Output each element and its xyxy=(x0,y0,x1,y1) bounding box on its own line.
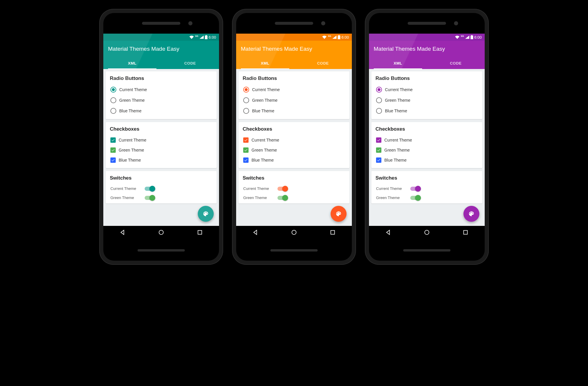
checkbox-row-current[interactable]: Current Theme xyxy=(375,135,478,145)
svg-rect-5 xyxy=(463,231,467,234)
check-icon xyxy=(377,148,381,152)
checkbox-green[interactable] xyxy=(376,147,381,153)
status-bar: 3G 6:00 xyxy=(103,34,219,41)
switch-row-current[interactable]: Current Theme xyxy=(110,184,213,193)
check-icon xyxy=(244,148,248,152)
phone-mockup-purple: 3G 6:00 Material Themes Made Easy XML CO… xyxy=(365,9,489,265)
app-bar: Material Themes Made Easy xyxy=(369,41,485,57)
switch-green[interactable] xyxy=(277,196,288,200)
tab-code[interactable]: CODE xyxy=(294,57,352,69)
radio-row-current[interactable]: Current Theme xyxy=(243,84,345,95)
checkbox-current[interactable] xyxy=(110,137,116,143)
radio-row-blue[interactable]: Blue Theme xyxy=(375,106,478,116)
switch-current[interactable] xyxy=(410,187,420,191)
checkbox-row-blue[interactable]: Blue Theme xyxy=(375,155,478,165)
switch-row-green[interactable]: Green Theme xyxy=(375,193,478,202)
radio-row-blue[interactable]: Blue Theme xyxy=(243,106,345,116)
switch-green[interactable] xyxy=(410,196,420,200)
checkbox-row-blue[interactable]: Blue Theme xyxy=(243,155,345,165)
check-icon xyxy=(244,158,248,162)
card-switches: Switches Current Theme Green Theme xyxy=(106,171,217,203)
card-radio-buttons: Radio Buttons Current Theme Green Theme … xyxy=(106,71,217,119)
radio-row-green[interactable]: Green Theme xyxy=(243,95,345,106)
radio-current[interactable] xyxy=(110,87,116,93)
tab-code-label: CODE xyxy=(317,61,329,65)
checkbox-row-blue[interactable]: Blue Theme xyxy=(110,155,213,165)
switch-row-current[interactable]: Current Theme xyxy=(243,184,345,193)
switch-current[interactable] xyxy=(145,187,155,191)
checkbox-row-green[interactable]: Green Theme xyxy=(375,145,478,155)
checkbox-green[interactable] xyxy=(110,147,116,153)
card-switches: Switches Current Theme Green Theme xyxy=(371,171,482,203)
switch-label: Green Theme xyxy=(110,196,140,200)
nav-recent-button[interactable] xyxy=(197,229,203,237)
card-title-radio: Radio Buttons xyxy=(243,75,345,81)
app-title: Material Themes Made Easy xyxy=(108,46,179,52)
tab-code[interactable]: CODE xyxy=(427,57,485,69)
nav-bar xyxy=(236,226,352,240)
palette-icon xyxy=(335,211,342,217)
checkbox-green[interactable] xyxy=(243,147,249,153)
nav-bar xyxy=(369,226,485,240)
app-bar: Material Themes Made Easy xyxy=(103,41,219,57)
app-title: Material Themes Made Easy xyxy=(374,46,445,52)
radio-row-current[interactable]: Current Theme xyxy=(375,84,478,95)
fab-theme-picker[interactable] xyxy=(331,206,347,222)
nav-back-button[interactable] xyxy=(119,229,126,237)
nav-back-button[interactable] xyxy=(252,229,259,237)
radio-row-blue[interactable]: Blue Theme xyxy=(110,106,213,116)
checkbox-label: Green Theme xyxy=(384,148,410,152)
phone-chin xyxy=(236,240,352,261)
content-scroll[interactable]: Radio Buttons Current Theme Green Theme … xyxy=(236,69,352,226)
radio-row-green[interactable]: Green Theme xyxy=(110,95,213,106)
checkbox-row-green[interactable]: Green Theme xyxy=(110,145,213,155)
tab-xml[interactable]: XML xyxy=(369,57,427,69)
card-title-radio: Radio Buttons xyxy=(375,75,478,81)
radio-blue[interactable] xyxy=(110,108,116,114)
checkbox-row-current[interactable]: Current Theme xyxy=(243,135,345,145)
radio-green[interactable] xyxy=(376,97,382,103)
switch-green[interactable] xyxy=(145,196,155,200)
tab-xml[interactable]: XML xyxy=(236,57,294,69)
fab-theme-picker[interactable] xyxy=(198,206,214,222)
checkbox-current[interactable] xyxy=(376,137,381,143)
checkbox-blue[interactable] xyxy=(110,157,116,163)
radio-blue[interactable] xyxy=(243,108,249,114)
square-recent-icon xyxy=(197,229,203,236)
radio-green[interactable] xyxy=(110,97,116,103)
nav-home-button[interactable] xyxy=(158,229,164,237)
switch-row-green[interactable]: Green Theme xyxy=(243,193,345,202)
switch-row-green[interactable]: Green Theme xyxy=(110,193,213,202)
nav-home-button[interactable] xyxy=(291,229,297,237)
nav-back-button[interactable] xyxy=(385,229,391,237)
checkbox-current[interactable] xyxy=(243,137,249,143)
switch-label: Current Theme xyxy=(376,186,406,191)
check-icon xyxy=(111,148,115,152)
checkbox-label: Green Theme xyxy=(251,148,277,152)
content-scroll[interactable]: Radio Buttons Current Theme Green Theme … xyxy=(369,69,485,226)
radio-current[interactable] xyxy=(376,87,382,93)
radio-green[interactable] xyxy=(243,97,249,103)
checkbox-blue[interactable] xyxy=(376,157,381,163)
radio-blue[interactable] xyxy=(376,108,382,114)
svg-rect-3 xyxy=(331,231,334,234)
nav-recent-button[interactable] xyxy=(462,229,469,237)
switch-row-current[interactable]: Current Theme xyxy=(375,184,478,193)
radio-row-current[interactable]: Current Theme xyxy=(110,84,213,95)
switch-current[interactable] xyxy=(277,187,288,191)
front-camera xyxy=(454,21,458,25)
content-scroll[interactable]: Radio Buttons Current Theme Green Theme … xyxy=(103,69,219,226)
checkbox-label: Current Theme xyxy=(384,138,412,142)
tab-xml[interactable]: XML xyxy=(103,57,161,69)
nav-recent-button[interactable] xyxy=(329,229,336,237)
checkbox-blue[interactable] xyxy=(243,157,249,163)
screen: 3G 6:00 Material Themes Made Easy XML CO… xyxy=(369,34,485,240)
radio-label: Current Theme xyxy=(252,87,280,92)
tab-code[interactable]: CODE xyxy=(161,57,219,69)
radio-current[interactable] xyxy=(243,87,249,93)
nav-home-button[interactable] xyxy=(424,229,430,237)
checkbox-row-green[interactable]: Green Theme xyxy=(243,145,345,155)
radio-row-green[interactable]: Green Theme xyxy=(375,95,478,106)
fab-theme-picker[interactable] xyxy=(463,206,479,222)
checkbox-row-current[interactable]: Current Theme xyxy=(110,135,213,145)
